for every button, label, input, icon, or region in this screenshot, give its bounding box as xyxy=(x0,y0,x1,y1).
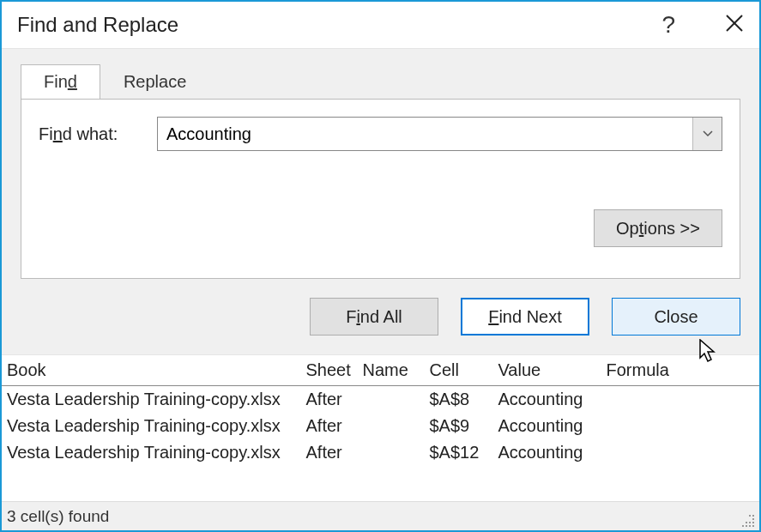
find-replace-dialog: Find and Replace ? Find Replace Find wha… xyxy=(0,0,761,532)
statusbar: 3 cell(s) found xyxy=(2,501,759,530)
cell-cell: $A$8 xyxy=(424,386,492,414)
col-sheet[interactable]: Sheet xyxy=(300,355,357,386)
cell-name xyxy=(357,413,424,439)
help-icon[interactable]: ? xyxy=(634,11,675,39)
cell-sheet: After xyxy=(300,386,357,414)
cell-sheet: After xyxy=(300,439,357,466)
find-what-combo[interactable] xyxy=(157,117,722,151)
col-formula[interactable]: Formula xyxy=(601,355,759,386)
tabstrip: Find Replace xyxy=(21,61,740,99)
cell-value: Accounting xyxy=(492,413,601,439)
results-table: Book Sheet Name Cell Value Formula Vesta… xyxy=(2,355,759,466)
titlebar: Find and Replace ? xyxy=(2,2,759,48)
col-name[interactable]: Name xyxy=(357,355,424,386)
table-row[interactable]: Vesta Leadership Training-copy.xlsxAfter… xyxy=(2,386,759,414)
close-button[interactable]: Close xyxy=(612,298,740,336)
results-list[interactable]: Book Sheet Name Cell Value Formula Vesta… xyxy=(2,355,759,501)
tab-panel-find: Find what: Options >> xyxy=(21,99,740,279)
results-header-row: Book Sheet Name Cell Value Formula xyxy=(2,355,759,386)
chevron-down-icon[interactable] xyxy=(692,118,722,150)
find-next-button[interactable]: Find Next xyxy=(461,298,589,336)
cell-sheet: After xyxy=(300,413,357,439)
tab-replace[interactable]: Replace xyxy=(100,64,209,100)
table-row[interactable]: Vesta Leadership Training-copy.xlsxAfter… xyxy=(2,413,759,439)
status-text: 3 cell(s) found xyxy=(7,507,109,526)
button-row: Find All Find Next Close xyxy=(21,298,740,336)
cell-formula xyxy=(601,386,759,414)
find-what-row: Find what: xyxy=(39,117,722,151)
cell-cell: $A$12 xyxy=(424,439,492,466)
cell-name xyxy=(357,439,424,466)
find-what-input[interactable] xyxy=(158,118,692,150)
cell-value: Accounting xyxy=(492,386,601,414)
content-top: Find Replace Find what: Options >> xyxy=(2,48,759,355)
cell-formula xyxy=(601,439,759,466)
resize-grip-icon[interactable] xyxy=(742,515,756,529)
cell-book: Vesta Leadership Training-copy.xlsx xyxy=(2,413,300,439)
options-button[interactable]: Options >> xyxy=(594,209,722,247)
cell-book: Vesta Leadership Training-copy.xlsx xyxy=(2,439,300,466)
cell-cell: $A$9 xyxy=(424,413,492,439)
cell-formula xyxy=(601,413,759,439)
find-all-button[interactable]: Find All xyxy=(310,298,438,336)
col-cell[interactable]: Cell xyxy=(424,355,492,386)
col-book[interactable]: Book xyxy=(2,355,300,386)
table-row[interactable]: Vesta Leadership Training-copy.xlsxAfter… xyxy=(2,439,759,466)
col-value[interactable]: Value xyxy=(492,355,601,386)
tab-find[interactable]: Find xyxy=(21,64,100,100)
cell-name xyxy=(357,386,424,414)
dialog-title: Find and Replace xyxy=(17,13,634,37)
find-what-label: Find what: xyxy=(39,124,142,144)
cell-value: Accounting xyxy=(492,439,601,466)
close-icon[interactable] xyxy=(675,14,744,37)
cell-book: Vesta Leadership Training-copy.xlsx xyxy=(2,386,300,414)
